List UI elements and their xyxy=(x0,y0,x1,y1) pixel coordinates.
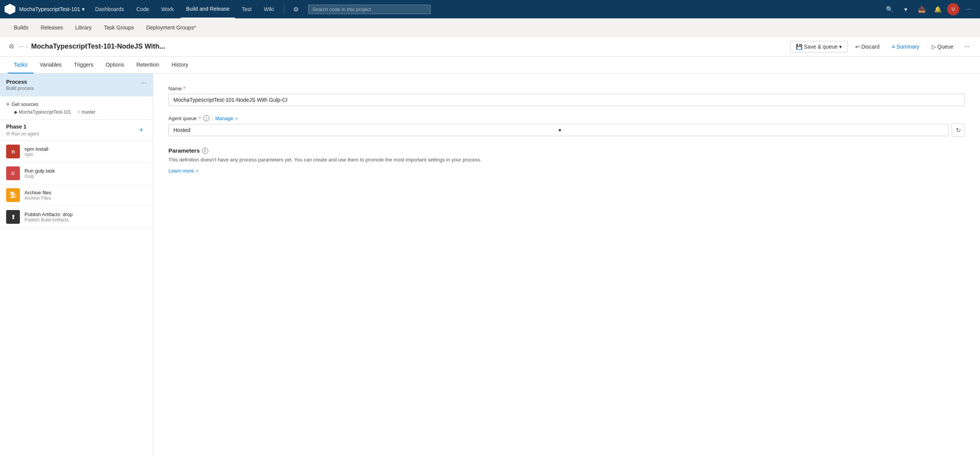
tab-options[interactable]: Options xyxy=(100,57,130,73)
manage-label: Manage xyxy=(215,116,233,121)
top-navigation: MochaTypescriptTest-101 ▾ Dashboards Cod… xyxy=(0,0,980,18)
tab-retention[interactable]: Retention xyxy=(130,57,165,73)
right-panel: Name * Agent queue * i | Manage ↗ Hosted… xyxy=(153,73,980,456)
repo-icon: ◆ xyxy=(14,109,17,115)
app-logo[interactable] xyxy=(5,4,15,15)
name-field-label: Name * xyxy=(168,86,965,91)
branch-icon: ⑂ xyxy=(77,109,80,115)
nav-item-code[interactable]: Code xyxy=(131,0,154,18)
task-npm-name: npm install xyxy=(24,146,48,152)
name-input[interactable] xyxy=(168,94,965,106)
inbox-icon[interactable]: 📥 xyxy=(915,2,929,16)
project-chevron-icon: ▾ xyxy=(82,6,85,12)
learn-more-link[interactable]: Learn more ↗ xyxy=(168,168,198,174)
process-menu-icon[interactable]: ··· xyxy=(141,79,147,87)
save-queue-button[interactable]: 💾 Save & queue ▾ xyxy=(790,41,848,52)
manage-link[interactable]: Manage ↗ xyxy=(215,116,238,121)
subnav-releases[interactable]: Releases xyxy=(34,18,69,37)
avatar[interactable]: U xyxy=(947,3,959,15)
task-archive-type: Archive Files xyxy=(24,195,51,201)
get-sources-title-text: Get sources xyxy=(11,101,38,107)
learn-more-label: Learn more xyxy=(168,168,194,174)
tab-tasks[interactable]: Tasks xyxy=(8,57,34,73)
agent-queue-required: * xyxy=(199,116,201,121)
save-queue-chevron-icon: ▾ xyxy=(839,44,842,50)
breadcrumb-gear-icon: ⚙ xyxy=(8,43,15,50)
search-icon[interactable]: 🔍 xyxy=(883,2,897,16)
tab-triggers[interactable]: Triggers xyxy=(68,57,100,73)
parameters-description: This definition doesn't have any process… xyxy=(168,156,965,164)
archive-icon: 🗜 xyxy=(6,188,20,202)
subnav-library[interactable]: Library xyxy=(69,18,98,37)
sub-navigation: Builds Releases Library Task Groups Depl… xyxy=(0,18,980,37)
task-archive-files[interactable]: 🗜 Archive files Archive Files xyxy=(0,184,153,206)
get-sources-section[interactable]: ≡ Get sources ◆ MochaTypescriptTest-101 … xyxy=(0,96,153,120)
tab-history[interactable]: History xyxy=(165,57,194,73)
agent-queue-info-icon[interactable]: i xyxy=(203,115,209,121)
breadcrumb-title: MochaTypescriptTest-101-NodeJS With... xyxy=(31,42,165,50)
summary-button[interactable]: ≡ Summary xyxy=(887,41,924,52)
process-header[interactable]: Process Build process ··· xyxy=(0,73,153,96)
breadcrumb-dots[interactable]: ··· xyxy=(18,43,23,50)
summary-label: Summary xyxy=(897,44,920,50)
repo-name: MochaTypescriptTest-101 xyxy=(19,109,71,115)
parameters-info-icon[interactable]: i xyxy=(202,148,208,154)
task-npm-install[interactable]: n npm install npm xyxy=(0,141,153,163)
summary-icon: ≡ xyxy=(892,44,895,50)
gear-icon[interactable]: ⚙ xyxy=(289,2,303,16)
parameters-title: Parameters i xyxy=(168,147,965,154)
dropdown-icon[interactable]: ▾ xyxy=(899,2,913,16)
repo-detail: ◆ MochaTypescriptTest-101 xyxy=(14,109,71,115)
task-run-gulp[interactable]: G Run gulp task Gulp xyxy=(0,163,153,184)
nav-item-dashboards[interactable]: Dashboards xyxy=(90,0,130,18)
manage-ext-icon: ↗ xyxy=(235,117,238,121)
save-icon: 💾 xyxy=(796,44,802,50)
name-label-text: Name xyxy=(168,86,182,91)
parameters-title-text: Parameters xyxy=(168,147,200,154)
branch-detail: ⑂ master xyxy=(77,109,96,115)
name-required-star: * xyxy=(183,86,185,91)
main-content: Process Build process ··· ≡ Get sources … xyxy=(0,73,980,456)
project-name[interactable]: MochaTypescriptTest-101 ▾ xyxy=(19,6,85,12)
breadcrumb: ⚙ ··· › MochaTypescriptTest-101-NodeJS W… xyxy=(0,37,980,57)
tab-variables[interactable]: Variables xyxy=(34,57,68,73)
task-gulp-name: Run gulp task xyxy=(24,168,55,174)
discard-label: Discard xyxy=(861,44,879,50)
phase-subtitle: Run on agent xyxy=(11,131,39,137)
pipe-separator: | xyxy=(212,116,213,121)
nav-item-test[interactable]: Test xyxy=(237,0,257,18)
nav-item-wiki[interactable]: Wiki xyxy=(258,0,279,18)
task-publish-artifacts[interactable]: ⬆ Publish Artifacts: drop Publish Build … xyxy=(0,206,153,228)
refresh-button[interactable]: ↻ xyxy=(952,124,965,137)
project-name-text: MochaTypescriptTest-101 xyxy=(19,6,80,12)
notification-icon[interactable]: 🔔 xyxy=(931,2,945,16)
parameters-section: Parameters i This definition doesn't hav… xyxy=(168,147,965,174)
process-title: Process xyxy=(6,79,34,85)
phase-title: Phase 1 xyxy=(6,124,39,130)
phase-add-button[interactable]: + xyxy=(136,125,147,135)
more-icon[interactable]: ··· xyxy=(962,2,975,16)
phase-header: Phase 1 ⊟ Run on agent + xyxy=(0,120,153,141)
subnav-builds[interactable]: Builds xyxy=(8,18,34,37)
task-gulp-type: Gulp xyxy=(24,174,55,179)
discard-icon: ↩ xyxy=(855,44,860,50)
search-input[interactable] xyxy=(308,5,431,14)
tabs-bar: Tasks Variables Triggers Options Retenti… xyxy=(0,57,980,73)
task-publish-type: Publish Build Artifacts xyxy=(24,217,73,223)
nav-item-work[interactable]: Work xyxy=(156,0,179,18)
agent-queue-dropdown-wrapper: Hosted ▾ ↻ xyxy=(168,124,965,137)
breadcrumb-more-button[interactable]: ··· xyxy=(961,41,972,52)
queue-button[interactable]: ▷ Queue xyxy=(927,41,958,52)
subnav-task-groups[interactable]: Task Groups xyxy=(98,18,140,37)
dropdown-chevron-icon: ▾ xyxy=(559,127,944,133)
subnav-deployment-groups[interactable]: Deployment Groups* xyxy=(140,18,202,37)
run-on-agent-icon: ⊟ xyxy=(6,131,10,136)
learn-more-ext-icon: ↗ xyxy=(195,169,198,173)
nav-item-build-and-release[interactable]: Build and Release xyxy=(181,0,235,18)
queue-label: Queue xyxy=(938,44,954,50)
top-right-icons: 🔍 ▾ 📥 🔔 U ··· xyxy=(883,2,975,16)
nav-separator xyxy=(284,5,284,14)
agent-queue-label: Agent queue * i | Manage ↗ xyxy=(168,115,965,121)
discard-button[interactable]: ↩ Discard xyxy=(851,41,884,52)
agent-queue-dropdown[interactable]: Hosted ▾ xyxy=(168,124,949,136)
